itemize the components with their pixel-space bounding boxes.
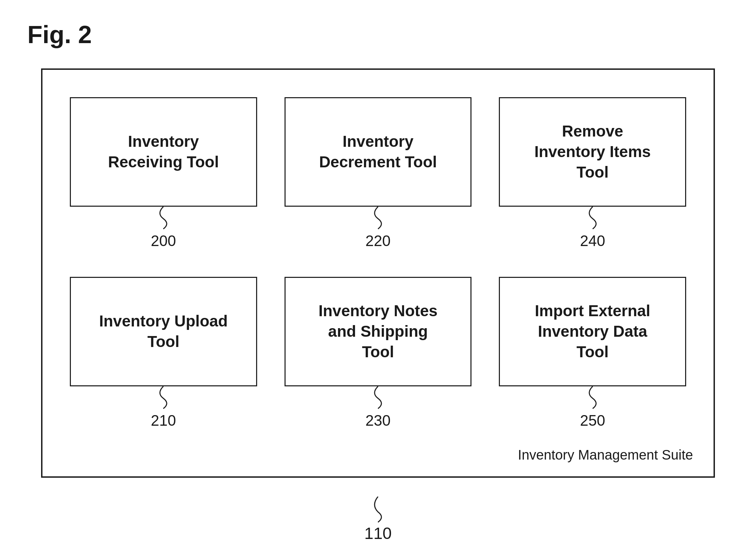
ref-230: 230 <box>365 412 390 429</box>
suite-label: Inventory Management Suite <box>518 447 693 463</box>
tool-label-220: InventoryDecrement Tool <box>319 131 437 172</box>
tool-box-250[interactable]: Import ExternalInventory DataTool <box>499 277 686 386</box>
tool-box-210[interactable]: Inventory UploadTool <box>70 277 257 386</box>
tools-grid: InventoryReceiving Tool 200 InventoryDec… <box>70 97 686 415</box>
ref-240: 240 <box>580 232 605 249</box>
squiggle-210 <box>146 386 180 410</box>
figure-label: Fig. 2 <box>27 21 92 49</box>
ref-220: 220 <box>365 232 390 249</box>
suite-container: InventoryReceiving Tool 200 InventoryDec… <box>41 68 715 478</box>
tool-label-210: Inventory UploadTool <box>99 311 228 352</box>
tool-label-240: RemoveInventory ItemsTool <box>534 121 651 182</box>
cell-240: RemoveInventory ItemsTool 240 <box>499 97 686 249</box>
squiggle-240 <box>576 207 610 231</box>
cell-220: InventoryDecrement Tool 220 <box>285 97 472 249</box>
squiggle-220 <box>361 207 395 231</box>
outer-ref-group: 110 <box>361 497 395 543</box>
squiggle-230 <box>361 386 395 410</box>
ref-210: 210 <box>151 412 176 429</box>
tool-box-230[interactable]: Inventory Notesand ShippingTool <box>285 277 472 386</box>
ref-110: 110 <box>364 524 392 543</box>
cell-250: Import ExternalInventory DataTool 250 <box>499 277 686 429</box>
tool-label-230: Inventory Notesand ShippingTool <box>318 301 438 362</box>
ref-250: 250 <box>580 412 605 429</box>
tool-box-240[interactable]: RemoveInventory ItemsTool <box>499 97 686 207</box>
squiggle-250 <box>576 386 610 410</box>
tool-box-220[interactable]: InventoryDecrement Tool <box>285 97 472 207</box>
squiggle-200 <box>146 207 180 231</box>
tool-box-200[interactable]: InventoryReceiving Tool <box>70 97 257 207</box>
cell-230: Inventory Notesand ShippingTool 230 <box>285 277 472 429</box>
squiggle-110 <box>361 497 395 524</box>
ref-200: 200 <box>151 232 176 249</box>
cell-200: InventoryReceiving Tool 200 <box>70 97 257 249</box>
tool-label-200: InventoryReceiving Tool <box>108 131 219 172</box>
tool-label-250: Import ExternalInventory DataTool <box>535 301 650 362</box>
cell-210: Inventory UploadTool 210 <box>70 277 257 429</box>
